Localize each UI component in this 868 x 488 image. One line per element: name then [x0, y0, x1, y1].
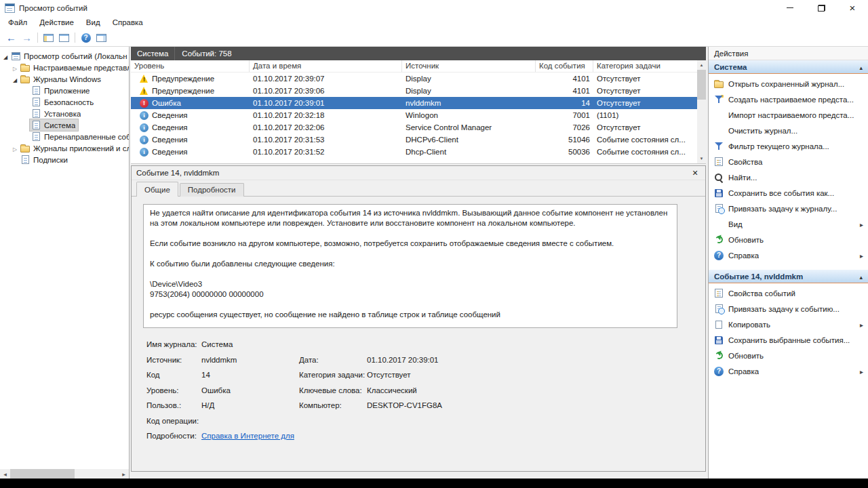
action-pane-toggle-button[interactable]: [94, 30, 109, 45]
field-label: Имя журнала:: [146, 340, 201, 348]
tree-item-apps-services-logs[interactable]: Журналы приложений и сл: [0, 142, 129, 154]
action-copy[interactable]: Копировать: [709, 317, 868, 332]
action-create-custom-view[interactable]: Создать настраиваемое предста...: [709, 92, 868, 107]
category-text: (1101): [593, 111, 697, 119]
create-custom-view-icon: [713, 94, 724, 105]
field-label: Дата:: [299, 356, 367, 364]
scroll-right-icon[interactable]: [119, 469, 129, 479]
scroll-left-icon[interactable]: [0, 469, 10, 479]
scroll-down-icon[interactable]: [697, 154, 706, 163]
action-label: Сохранить выбранные события...: [728, 336, 850, 344]
properties-button[interactable]: [56, 30, 72, 45]
event-actions: Свойства событий Привязать задачу к собы…: [709, 283, 868, 379]
action-save-all-events[interactable]: Сохранить все события как...: [709, 185, 868, 201]
forward-button[interactable]: [19, 30, 35, 45]
action-open-saved-log[interactable]: Открыть сохраненный журнал...: [709, 76, 868, 92]
action-find[interactable]: Найти...: [709, 169, 868, 185]
log-icon: [31, 108, 41, 119]
event-row[interactable]: Сведения 01.10.2017 20:31:53 DHCPv6-Clie…: [131, 134, 697, 146]
close-button[interactable]: [837, 0, 868, 16]
column-header-event-id[interactable]: Код события: [536, 60, 593, 72]
tab-general[interactable]: Общие: [136, 182, 178, 197]
window-title: Просмотр событий: [19, 4, 87, 12]
folder-icon: [20, 74, 31, 84]
action-save-selected-events[interactable]: Сохранить выбранные события...: [709, 332, 868, 348]
tree-item-forwarded-events-log[interactable]: Перенаправленные соб: [0, 131, 129, 142]
action-attach-task-to-log[interactable]: Привязать задачу к журналу...: [709, 201, 868, 216]
actions-section-system[interactable]: Система: [709, 60, 868, 74]
menu-action[interactable]: Действие: [33, 17, 80, 28]
console-tree-toggle-button[interactable]: [41, 30, 56, 45]
scrollbar-track[interactable]: [697, 100, 706, 154]
description-line: К событию были добавлены следующие сведе…: [150, 259, 671, 269]
tab-details[interactable]: Подробности: [180, 183, 244, 197]
actions-panel-title: Действия: [709, 47, 868, 60]
menu-help[interactable]: Справка: [106, 17, 149, 28]
action-refresh-event[interactable]: Обновить: [709, 348, 868, 363]
action-help-event[interactable]: Справка: [709, 363, 868, 379]
tree-item-setup-log[interactable]: Установка: [0, 108, 129, 119]
category-text: Отсутствует: [593, 75, 697, 83]
action-label: Привязать задачу к событию...: [728, 305, 840, 313]
action-attach-task-to-event[interactable]: Привязать задачу к событию...: [709, 301, 868, 317]
action-refresh[interactable]: Обновить: [709, 232, 868, 247]
list-vertical-scrollbar[interactable]: [697, 60, 706, 163]
tree-item-custom-views[interactable]: Настраиваемые представл: [0, 62, 129, 73]
action-label: Открыть сохраненный журнал...: [728, 80, 844, 88]
tree-horizontal-scrollbar[interactable]: [0, 469, 129, 479]
tree-item-system-log[interactable]: Система: [0, 119, 129, 131]
expander-icon[interactable]: [1, 52, 9, 60]
detail-close-icon[interactable]: [690, 167, 701, 178]
collapse-icon[interactable]: [859, 272, 863, 281]
tree-item-application-log[interactable]: Приложение: [0, 85, 129, 96]
action-properties[interactable]: Свойства: [709, 154, 868, 169]
action-label: Справка: [728, 367, 759, 375]
scroll-up-icon[interactable]: [697, 60, 706, 70]
event-row[interactable]: Сведения 01.10.2017 20:32:18 Winlogon 70…: [131, 109, 697, 121]
event-row-selected[interactable]: Ошибка 01.10.2017 20:39:01 nvlddmkm 14 О…: [131, 97, 697, 109]
event-row[interactable]: Сведения 01.10.2017 20:31:52 Dhcp-Client…: [131, 146, 697, 158]
expander-icon[interactable]: [11, 144, 19, 152]
column-header-source[interactable]: Источник: [402, 60, 536, 72]
scrollbar-thumb[interactable]: [697, 70, 706, 100]
action-view[interactable]: Вид: [709, 216, 868, 232]
action-event-properties[interactable]: Свойства событий: [709, 285, 868, 301]
tree-item-label: Журналы приложений и сл: [33, 144, 130, 152]
field-label: Компьютер:: [299, 401, 367, 409]
menu-view[interactable]: Вид: [80, 17, 106, 28]
action-import-custom-view[interactable]: Импорт настраиваемого предста...: [709, 107, 868, 123]
event-row[interactable]: Сведения 01.10.2017 20:32:06 Service Con…: [131, 121, 697, 134]
tree-item-security-log[interactable]: Безопасность: [0, 96, 129, 108]
expander-icon[interactable]: [11, 75, 19, 83]
column-header-task-category[interactable]: Категория задачи: [593, 60, 697, 72]
column-header-level[interactable]: Уровень: [131, 60, 250, 72]
event-row[interactable]: Предупреждение 01.10.2017 20:39:07 Displ…: [131, 73, 697, 85]
action-clear-log[interactable]: Очистить журнал...: [709, 123, 868, 138]
scrollbar-thumb[interactable]: [10, 469, 75, 479]
back-button[interactable]: [3, 30, 19, 45]
action-help[interactable]: Справка: [709, 247, 868, 263]
tree-item-event-viewer-root[interactable]: Просмотр событий (Локальн: [0, 50, 129, 62]
datetime-text: 01.10.2017 20:39:07: [250, 75, 402, 83]
field-label: Категория задачи:: [299, 371, 367, 379]
event-row[interactable]: Предупреждение 01.10.2017 20:39:06 Displ…: [131, 85, 697, 97]
column-header-datetime[interactable]: Дата и время: [250, 60, 402, 72]
online-help-link[interactable]: Справка в Интернете для: [201, 432, 294, 440]
actions-section-event[interactable]: Событие 14, nvlddmkm: [709, 270, 868, 283]
collapse-icon[interactable]: [859, 63, 863, 71]
task-icon: [713, 203, 724, 214]
action-filter-current-log[interactable]: Фильтр текущего журнала...: [709, 138, 868, 154]
back-icon: [6, 32, 16, 43]
toolbar: [0, 29, 868, 47]
log-icon: [31, 131, 41, 142]
event-rows: Предупреждение 01.10.2017 20:39:07 Displ…: [131, 73, 697, 163]
description-line: Не удается найти описание для идентифика…: [150, 208, 671, 228]
action-label: Очистить журнал...: [728, 127, 797, 135]
tree-item-windows-logs[interactable]: Журналы Windows: [0, 73, 129, 85]
help-button[interactable]: [78, 30, 94, 45]
menu-file[interactable]: Файл: [2, 17, 33, 28]
minimize-button[interactable]: [774, 0, 806, 16]
expander-icon[interactable]: [11, 64, 19, 72]
restore-button[interactable]: [806, 0, 837, 16]
tree-item-subscriptions[interactable]: Подписки: [0, 154, 129, 165]
